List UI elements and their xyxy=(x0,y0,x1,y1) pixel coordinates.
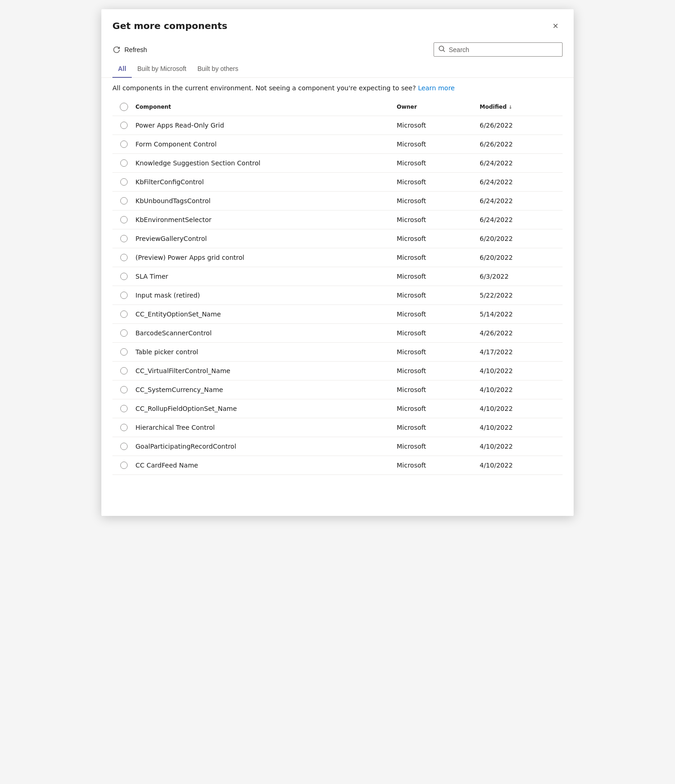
row-checkbox-cell xyxy=(112,443,135,450)
row-component: CC_SystemCurrency_Name xyxy=(135,386,397,393)
refresh-icon xyxy=(112,46,121,54)
row-checkbox-cell xyxy=(112,386,135,393)
row-checkbox[interactable] xyxy=(120,140,128,148)
row-checkbox[interactable] xyxy=(120,178,128,186)
row-modified: 6/26/2022 xyxy=(480,140,563,148)
table-row[interactable]: GoalParticipatingRecordControl Microsoft… xyxy=(112,437,563,456)
row-checkbox[interactable] xyxy=(120,292,128,299)
row-component: GoalParticipatingRecordControl xyxy=(135,443,397,450)
close-button[interactable]: ✕ xyxy=(548,18,563,33)
row-component: CC CardFeed Name xyxy=(135,462,397,469)
row-checkbox[interactable] xyxy=(120,159,128,167)
row-checkbox[interactable] xyxy=(120,329,128,337)
row-owner: Microsoft xyxy=(397,197,480,205)
table-row[interactable]: Input mask (retired) Microsoft 5/22/2022 xyxy=(112,286,563,305)
row-checkbox-cell xyxy=(112,159,135,167)
row-component: CC_VirtualFilterControl_Name xyxy=(135,367,397,374)
row-owner: Microsoft xyxy=(397,367,480,374)
row-checkbox[interactable] xyxy=(120,367,128,374)
row-checkbox[interactable] xyxy=(120,424,128,431)
table-row[interactable]: Power Apps Read-Only Grid Microsoft 6/26… xyxy=(112,116,563,135)
row-modified: 6/3/2022 xyxy=(480,273,563,280)
row-checkbox[interactable] xyxy=(120,273,128,280)
table-row[interactable]: (Preview) Power Apps grid control Micros… xyxy=(112,248,563,267)
row-modified: 4/10/2022 xyxy=(480,386,563,393)
row-modified: 6/24/2022 xyxy=(480,216,563,223)
row-checkbox[interactable] xyxy=(120,197,128,205)
row-owner: Microsoft xyxy=(397,424,480,431)
row-checkbox[interactable] xyxy=(120,443,128,450)
row-modified: 6/20/2022 xyxy=(480,254,563,261)
row-owner: Microsoft xyxy=(397,159,480,167)
row-checkbox-cell xyxy=(112,292,135,299)
row-checkbox[interactable] xyxy=(120,216,128,223)
refresh-button[interactable]: Refresh xyxy=(109,43,151,57)
row-checkbox[interactable] xyxy=(120,462,128,469)
row-component: Table picker control xyxy=(135,348,397,356)
table-row[interactable]: PreviewGalleryControl Microsoft 6/20/202… xyxy=(112,229,563,248)
row-checkbox-cell xyxy=(112,197,135,205)
row-checkbox[interactable] xyxy=(120,348,128,356)
table-row[interactable]: Table picker control Microsoft 4/17/2022 xyxy=(112,343,563,362)
row-component: PreviewGalleryControl xyxy=(135,235,397,242)
row-component: BarcodeScannerControl xyxy=(135,329,397,337)
row-owner: Microsoft xyxy=(397,443,480,450)
svg-line-1 xyxy=(443,50,445,52)
row-checkbox[interactable] xyxy=(120,235,128,242)
table-row[interactable]: Form Component Control Microsoft 6/26/20… xyxy=(112,135,563,154)
row-checkbox-cell xyxy=(112,348,135,356)
table-container: Component Owner Modified ↓ Power Apps Re… xyxy=(101,98,574,475)
row-checkbox-cell xyxy=(112,310,135,318)
row-modified: 4/10/2022 xyxy=(480,367,563,374)
table-row[interactable]: Hierarchical Tree Control Microsoft 4/10… xyxy=(112,418,563,437)
row-owner: Microsoft xyxy=(397,273,480,280)
row-owner: Microsoft xyxy=(397,235,480,242)
row-component: Power Apps Read-Only Grid xyxy=(135,122,397,129)
row-component: Input mask (retired) xyxy=(135,292,397,299)
row-checkbox-cell xyxy=(112,122,135,129)
table-row[interactable]: KbEnvironmentSelector Microsoft 6/24/202… xyxy=(112,211,563,229)
learn-more-link[interactable]: Learn more xyxy=(418,84,455,92)
row-modified: 6/24/2022 xyxy=(480,197,563,205)
row-owner: Microsoft xyxy=(397,348,480,356)
row-checkbox-cell xyxy=(112,462,135,469)
refresh-label: Refresh xyxy=(124,46,147,53)
row-modified: 4/10/2022 xyxy=(480,424,563,431)
row-checkbox-cell xyxy=(112,178,135,186)
row-modified: 5/22/2022 xyxy=(480,292,563,299)
table-row[interactable]: Knowledge Suggestion Section Control Mic… xyxy=(112,154,563,173)
table-row[interactable]: KbFilterConfigControl Microsoft 6/24/202… xyxy=(112,173,563,192)
row-checkbox[interactable] xyxy=(120,254,128,261)
table-row[interactable]: CC_EntityOptionSet_Name Microsoft 5/14/2… xyxy=(112,305,563,324)
row-component: CC_EntityOptionSet_Name xyxy=(135,310,397,318)
row-component: KbEnvironmentSelector xyxy=(135,216,397,223)
tab-all[interactable]: All xyxy=(112,60,132,78)
tab-built-by-microsoft[interactable]: Built by Microsoft xyxy=(132,60,192,78)
table-row[interactable]: CC_VirtualFilterControl_Name Microsoft 4… xyxy=(112,362,563,380)
table-row[interactable]: BarcodeScannerControl Microsoft 4/26/202… xyxy=(112,324,563,343)
tab-built-by-others[interactable]: Built by others xyxy=(192,60,244,78)
toolbar: Refresh xyxy=(101,39,574,60)
row-checkbox-cell xyxy=(112,367,135,374)
row-checkbox-cell xyxy=(112,424,135,431)
row-modified: 4/10/2022 xyxy=(480,405,563,412)
row-checkbox[interactable] xyxy=(120,310,128,318)
row-checkbox[interactable] xyxy=(120,122,128,129)
row-checkbox[interactable] xyxy=(120,386,128,393)
table-row[interactable]: CC_SystemCurrency_Name Microsoft 4/10/20… xyxy=(112,380,563,399)
select-all-checkbox[interactable] xyxy=(120,103,128,111)
search-box xyxy=(434,42,563,57)
row-owner: Microsoft xyxy=(397,254,480,261)
get-more-components-dialog: Get more components ✕ Refresh All Bui xyxy=(101,9,574,516)
row-component: Knowledge Suggestion Section Control xyxy=(135,159,397,167)
table-row[interactable]: SLA Timer Microsoft 6/3/2022 xyxy=(112,267,563,286)
row-owner: Microsoft xyxy=(397,140,480,148)
row-checkbox[interactable] xyxy=(120,405,128,412)
row-component: Form Component Control xyxy=(135,140,397,148)
table-row[interactable]: CC_RollupFieldOptionSet_Name Microsoft 4… xyxy=(112,399,563,418)
table-row[interactable]: CC CardFeed Name Microsoft 4/10/2022 xyxy=(112,456,563,475)
table-row[interactable]: KbUnboundTagsControl Microsoft 6/24/2022 xyxy=(112,192,563,211)
row-modified: 5/14/2022 xyxy=(480,310,563,318)
column-header-modified[interactable]: Modified ↓ xyxy=(480,104,563,110)
search-input[interactable] xyxy=(449,46,558,53)
